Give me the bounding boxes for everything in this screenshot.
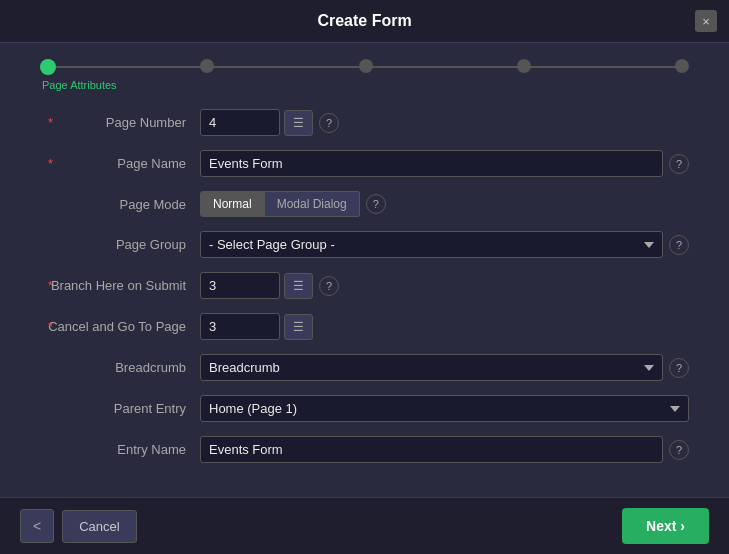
mode-normal-button[interactable]: Normal bbox=[200, 191, 265, 217]
page-name-label: * Page Name bbox=[40, 156, 200, 171]
dialog-header: Create Form × bbox=[0, 0, 729, 43]
parent-entry-select[interactable]: Home (Page 1) bbox=[200, 395, 689, 422]
cancel-goto-label: * Cancel and Go To Page bbox=[40, 319, 200, 334]
dialog-title: Create Form bbox=[317, 12, 411, 29]
cancel-button[interactable]: Cancel bbox=[62, 510, 136, 543]
page-mode-row: Page Mode Normal Modal Dialog ? bbox=[40, 191, 689, 217]
mode-modal-button[interactable]: Modal Dialog bbox=[265, 191, 360, 217]
page-mode-group: Normal Modal Dialog bbox=[200, 191, 360, 217]
create-form-dialog: Create Form × Page Attributes * Page Num… bbox=[0, 0, 729, 554]
cancel-goto-list-icon[interactable]: ☰ bbox=[284, 314, 313, 340]
parent-entry-label: Parent Entry bbox=[40, 401, 200, 416]
entry-name-help[interactable]: ? bbox=[669, 440, 689, 460]
branch-list-icon[interactable]: ☰ bbox=[284, 273, 313, 299]
footer: < Cancel Next › bbox=[0, 497, 729, 554]
close-button[interactable]: × bbox=[695, 10, 717, 32]
page-number-label: * Page Number bbox=[40, 115, 200, 130]
entry-name-label: Entry Name bbox=[40, 442, 200, 457]
page-number-list-icon[interactable]: ☰ bbox=[284, 110, 313, 136]
stepper-active-label: Page Attributes bbox=[42, 79, 117, 91]
stepper-dot-4[interactable] bbox=[517, 59, 531, 73]
required-star: * bbox=[48, 115, 53, 130]
branch-label: * Branch Here on Submit bbox=[40, 278, 200, 293]
page-mode-label: Page Mode bbox=[40, 197, 200, 212]
cancel-goto-input[interactable] bbox=[200, 313, 280, 340]
page-name-help[interactable]: ? bbox=[669, 154, 689, 174]
required-star-2: * bbox=[48, 156, 53, 171]
page-group-row: Page Group - Select Page Group - ? bbox=[40, 231, 689, 258]
stepper-dot-2[interactable] bbox=[200, 59, 214, 73]
stepper-dot-1[interactable] bbox=[40, 59, 56, 75]
page-number-input[interactable] bbox=[200, 109, 280, 136]
breadcrumb-help[interactable]: ? bbox=[669, 358, 689, 378]
stepper-dot-3[interactable] bbox=[359, 59, 373, 73]
form-body: * Page Number ☰ ? * Page Name ? Page Mod… bbox=[0, 99, 729, 497]
page-mode-help[interactable]: ? bbox=[366, 194, 386, 214]
breadcrumb-label: Breadcrumb bbox=[40, 360, 200, 375]
required-star-3: * bbox=[48, 278, 53, 293]
breadcrumb-select[interactable]: Breadcrumb bbox=[200, 354, 663, 381]
branch-input[interactable] bbox=[200, 272, 280, 299]
back-button[interactable]: < bbox=[20, 509, 54, 543]
stepper-area: Page Attributes bbox=[0, 43, 729, 99]
cancel-goto-row: * Cancel and Go To Page ☰ bbox=[40, 313, 689, 340]
branch-row: * Branch Here on Submit ☰ ? bbox=[40, 272, 689, 299]
stepper-labels: Page Attributes bbox=[40, 79, 689, 91]
page-group-label: Page Group bbox=[40, 237, 200, 252]
page-group-help[interactable]: ? bbox=[669, 235, 689, 255]
breadcrumb-row: Breadcrumb Breadcrumb ? bbox=[40, 354, 689, 381]
page-group-select[interactable]: - Select Page Group - bbox=[200, 231, 663, 258]
entry-name-input[interactable] bbox=[200, 436, 663, 463]
page-name-input[interactable] bbox=[200, 150, 663, 177]
page-name-row: * Page Name ? bbox=[40, 150, 689, 177]
footer-left: < Cancel bbox=[20, 509, 137, 543]
required-star-4: * bbox=[48, 319, 53, 334]
entry-name-row: Entry Name ? bbox=[40, 436, 689, 463]
next-button[interactable]: Next › bbox=[622, 508, 709, 544]
page-number-row: * Page Number ☰ ? bbox=[40, 109, 689, 136]
stepper-track bbox=[40, 59, 689, 75]
parent-entry-row: Parent Entry Home (Page 1) bbox=[40, 395, 689, 422]
stepper-dot-5[interactable] bbox=[675, 59, 689, 73]
page-number-help[interactable]: ? bbox=[319, 113, 339, 133]
branch-help[interactable]: ? bbox=[319, 276, 339, 296]
stepper-dots bbox=[40, 59, 689, 75]
